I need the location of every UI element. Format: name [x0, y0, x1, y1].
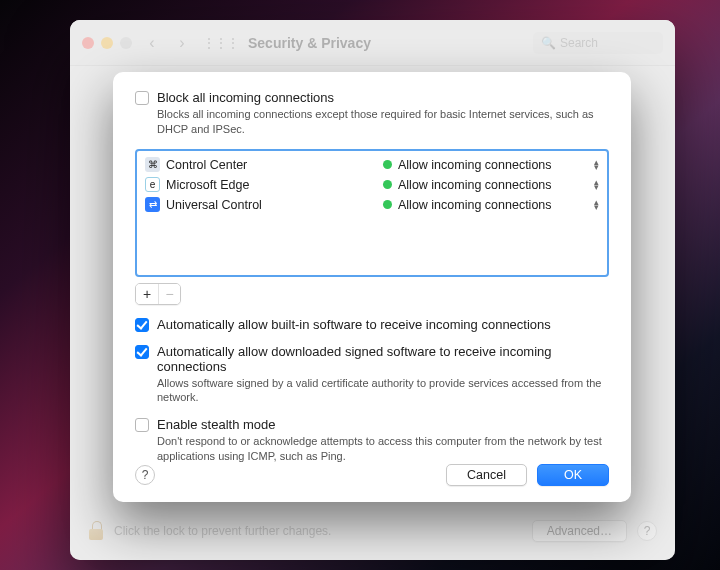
list-item[interactable]: e Microsoft Edge Allow incoming connecti…: [137, 175, 607, 195]
lock-row: Click the lock to prevent further change…: [88, 520, 657, 542]
desktop-background: ‹ › ⋮⋮⋮ Security & Privacy 🔍 Search Clic…: [0, 0, 720, 570]
stealth-description: Don't respond to or acknowledge attempts…: [157, 434, 609, 464]
block-all-checkbox[interactable]: [135, 91, 149, 105]
lock-text: Click the lock to prevent further change…: [114, 524, 331, 538]
list-item[interactable]: ⇄ Universal Control Allow incoming conne…: [137, 195, 607, 215]
block-all-label: Block all incoming connections: [157, 90, 334, 105]
status-dot-icon: [383, 180, 392, 189]
app-name: Microsoft Edge: [166, 178, 377, 192]
block-all-description: Blocks all incoming connections except t…: [157, 107, 609, 137]
auto-builtin-option[interactable]: Automatically allow built-in software to…: [135, 317, 609, 332]
advanced-button[interactable]: Advanced…: [532, 520, 627, 542]
show-all-icon[interactable]: ⋮⋮⋮: [202, 35, 238, 51]
auto-signed-checkbox[interactable]: [135, 345, 149, 359]
close-window-button[interactable]: [82, 37, 94, 49]
block-all-option[interactable]: Block all incoming connections: [135, 90, 609, 105]
remove-app-button[interactable]: −: [158, 284, 180, 304]
status-dot-icon: [383, 160, 392, 169]
search-icon: 🔍: [541, 36, 556, 50]
app-name: Universal Control: [166, 198, 377, 212]
control-center-icon: ⌘: [145, 157, 160, 172]
status-label: Allow incoming connections: [398, 178, 588, 192]
status-label: Allow incoming connections: [398, 198, 588, 212]
status-dot-icon: [383, 200, 392, 209]
back-button[interactable]: ‹: [142, 34, 162, 52]
cancel-button[interactable]: Cancel: [446, 464, 527, 486]
zoom-window-button[interactable]: [120, 37, 132, 49]
lock-icon[interactable]: [88, 521, 104, 541]
window-traffic-lights[interactable]: [82, 37, 132, 49]
edge-icon: e: [145, 177, 160, 192]
app-name: Control Center: [166, 158, 377, 172]
sheet-footer: ? Cancel OK: [135, 464, 609, 486]
firewall-options-sheet: Block all incoming connections Blocks al…: [113, 72, 631, 502]
window-toolbar: ‹ › ⋮⋮⋮ Security & Privacy 🔍 Search: [70, 20, 675, 66]
help-button[interactable]: ?: [637, 521, 657, 541]
search-input[interactable]: 🔍 Search: [533, 32, 663, 54]
sheet-help-button[interactable]: ?: [135, 465, 155, 485]
stealth-label: Enable stealth mode: [157, 417, 276, 432]
status-stepper[interactable]: ▴▾: [594, 200, 599, 210]
universal-control-icon: ⇄: [145, 197, 160, 212]
status-label: Allow incoming connections: [398, 158, 588, 172]
auto-signed-label: Automatically allow downloaded signed so…: [157, 344, 609, 374]
minimize-window-button[interactable]: [101, 37, 113, 49]
search-placeholder: Search: [560, 36, 598, 50]
stealth-option[interactable]: Enable stealth mode: [135, 417, 609, 432]
auto-builtin-checkbox[interactable]: [135, 318, 149, 332]
stealth-checkbox[interactable]: [135, 418, 149, 432]
auto-builtin-label: Automatically allow built-in software to…: [157, 317, 551, 332]
add-app-button[interactable]: +: [136, 284, 158, 304]
auto-signed-option[interactable]: Automatically allow downloaded signed so…: [135, 344, 609, 374]
window-title: Security & Privacy: [248, 35, 371, 51]
status-stepper[interactable]: ▴▾: [594, 160, 599, 170]
list-item[interactable]: ⌘ Control Center Allow incoming connecti…: [137, 155, 607, 175]
ok-button[interactable]: OK: [537, 464, 609, 486]
add-remove-bar: + −: [135, 283, 609, 305]
app-list[interactable]: ⌘ Control Center Allow incoming connecti…: [135, 149, 609, 277]
auto-signed-description: Allows software signed by a valid certif…: [157, 376, 609, 406]
forward-button[interactable]: ›: [172, 34, 192, 52]
status-stepper[interactable]: ▴▾: [594, 180, 599, 190]
